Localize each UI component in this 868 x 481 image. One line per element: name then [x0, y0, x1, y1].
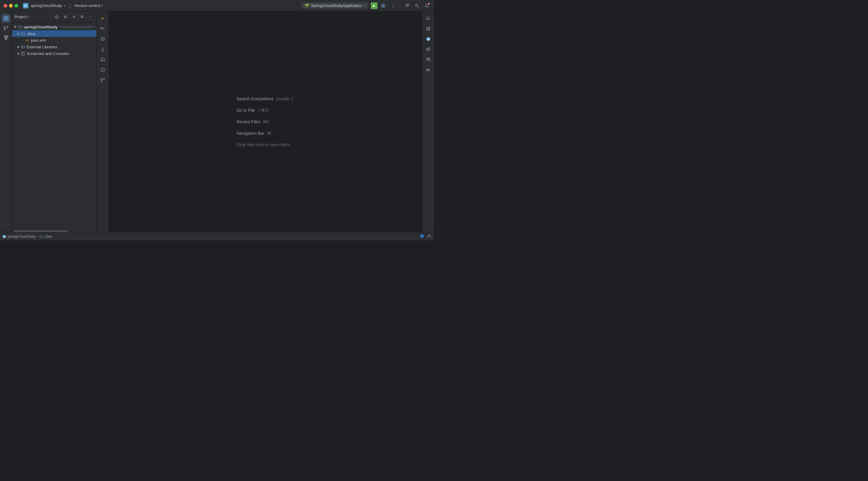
project-icon — [3, 16, 9, 21]
svg-rect-9 — [6, 19, 8, 21]
right-tool-ai-assistant[interactable]: AI — [424, 34, 433, 43]
search-everywhere-button[interactable] — [413, 2, 421, 9]
hint-recent-files: Recent Files ⌘E — [237, 119, 270, 124]
tree-item-ext-libs[interactable]: ▶ ≡ External Libraries — [12, 43, 96, 50]
run-config[interactable]: 🌱 SpringCloudStudyApplication ▾ — [301, 2, 368, 9]
ext-libs-icon: ≡ — [21, 44, 25, 49]
maven-icon: m — [25, 38, 30, 42]
tree-item-idea[interactable]: ▶ .idea — [12, 30, 96, 37]
sidebar-more-button[interactable]: ⋯ — [1, 221, 10, 230]
panel-expand-button[interactable]: ✕ — [70, 13, 77, 20]
tool-git[interactable] — [98, 75, 107, 85]
svg-point-52 — [427, 58, 428, 60]
structure-icon — [3, 35, 9, 40]
vcs-icon — [3, 25, 9, 31]
svg-text:AI: AI — [427, 38, 430, 41]
svg-point-53 — [428, 58, 430, 60]
panel-collapse-button[interactable] — [62, 13, 69, 20]
right-tool-plugins[interactable] — [424, 45, 433, 54]
right-tool-collab[interactable] — [424, 55, 433, 64]
svg-rect-49 — [428, 48, 430, 50]
collapse-icon — [63, 15, 67, 19]
tree-root[interactable]: ▶ springCloudStudy ~/Desktop/CS/JavaEE/6… — [12, 24, 96, 30]
svg-point-1 — [383, 5, 384, 6]
panel-locate-button[interactable] — [54, 13, 60, 20]
svg-point-10 — [4, 26, 5, 28]
terminal-icon — [100, 57, 105, 62]
version-control-button[interactable]: Version control ▾ — [74, 3, 104, 8]
tool-maven[interactable]: m — [98, 14, 107, 23]
status-user-icon[interactable] — [427, 233, 432, 239]
svg-rect-30 — [101, 28, 102, 29]
tree-item-pom[interactable]: ▶ m pom.xml — [12, 37, 96, 43]
idea-folder-icon — [21, 31, 25, 36]
statusbar-right: V — [420, 233, 432, 239]
tool-build[interactable] — [98, 45, 107, 54]
svg-text:V: V — [421, 235, 423, 237]
tool-run[interactable] — [98, 34, 107, 43]
svg-line-5 — [418, 6, 419, 7]
right-tool-maven-right[interactable]: m — [424, 65, 433, 74]
svg-text:SC: SC — [3, 236, 6, 238]
sidebar-item-vcs[interactable] — [1, 24, 10, 33]
more-button[interactable]: ⋮ — [389, 2, 396, 9]
debug-button[interactable] — [380, 2, 386, 9]
right-tool-database[interactable] — [424, 24, 433, 33]
svg-point-2 — [406, 4, 408, 5]
status-vcs-badge[interactable]: V — [420, 234, 424, 239]
project-icon: SC — [23, 3, 28, 8]
sidebar-item-structure[interactable] — [1, 33, 10, 42]
hint-navigation-bar: Navigation Bar ⌘↑ — [237, 131, 273, 136]
breadcrumb-folder-icon — [39, 235, 43, 238]
breadcrumb-sep-1: › — [37, 234, 38, 239]
breadcrumb-project[interactable]: SC springCloudStudy — [2, 234, 36, 239]
panel-title: Project ▾ — [14, 14, 52, 19]
ai-assistant-icon: AI — [426, 37, 431, 41]
svg-rect-15 — [5, 39, 7, 40]
svg-point-45 — [427, 27, 430, 28]
panel-minimize-button[interactable]: − — [87, 13, 94, 20]
breadcrumb-folder[interactable]: .idea — [39, 234, 52, 239]
left-tools-area: m {} — [97, 11, 109, 232]
svg-point-4 — [415, 4, 418, 6]
right-tool-notifications[interactable] — [424, 14, 433, 23]
separator — [400, 3, 400, 8]
root-folder-icon — [18, 25, 22, 29]
tree-view: ▶ springCloudStudy ~/Desktop/CS/JavaEE/6… — [12, 22, 96, 230]
problems-icon — [100, 67, 105, 72]
svg-point-43 — [101, 81, 102, 82]
scratches-icon — [21, 51, 25, 56]
panel-header: Project ▾ ✕ — [12, 11, 96, 22]
right-icon-rail: AI m — [422, 11, 434, 232]
scratches-arrow: ▶ — [16, 51, 21, 56]
run-button[interactable] — [371, 2, 377, 9]
minimize-button[interactable] — [9, 4, 13, 7]
ext-libs-arrow: ▶ — [16, 45, 21, 49]
editor-hints: Search Everywhere Double ⇧ Go to File ⇧⌘… — [237, 96, 294, 147]
search-icon — [415, 3, 420, 8]
sidebar-item-project[interactable] — [1, 14, 10, 23]
panel-settings-button[interactable]: ⚙ — [79, 13, 86, 20]
tree-item-scratches[interactable]: ▶ Scratches and Consoles — [12, 50, 96, 57]
tool-structure[interactable]: {} — [98, 24, 107, 33]
svg-marker-35 — [102, 38, 104, 40]
git-icon — [100, 78, 105, 83]
tool-terminal[interactable] — [98, 55, 107, 64]
main-layout: ⋯ Project ▾ — [0, 11, 434, 232]
titlebar-separator: | — [69, 3, 71, 8]
tool-problems[interactable] — [98, 65, 107, 74]
hint-drop-files: Drop files here to open them — [237, 142, 290, 147]
root-arrow: ▶ — [13, 25, 18, 29]
structure-icon-2: {} — [100, 26, 105, 31]
maximize-button[interactable] — [14, 4, 18, 7]
hint-goto-file: Go to File ⇧⌘O — [237, 108, 269, 113]
close-button[interactable] — [4, 4, 7, 7]
svg-point-41 — [102, 70, 103, 71]
svg-rect-13 — [4, 36, 8, 37]
collab-button[interactable] — [404, 2, 411, 9]
build-icon — [100, 47, 105, 52]
hint-search-everywhere: Search Everywhere Double ⇧ — [237, 96, 294, 101]
svg-text:≡: ≡ — [22, 46, 23, 48]
project-name[interactable]: springCloudStudy ▾ — [31, 3, 66, 8]
notifications-button[interactable] — [423, 2, 430, 9]
